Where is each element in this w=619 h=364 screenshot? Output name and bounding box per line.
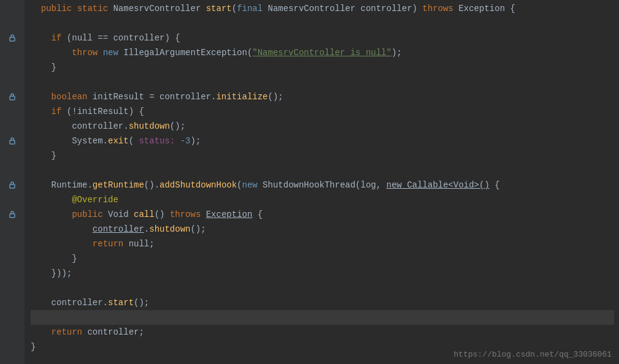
svg-rect-4 <box>10 214 15 218</box>
code-line: } <box>31 60 614 75</box>
token <box>31 89 52 104</box>
token: Exception { <box>453 1 515 16</box>
token: (!initResult) { <box>61 104 144 119</box>
code-line: public static NamesrvController start(fi… <box>31 1 614 16</box>
token: NamesrvController <box>108 1 206 16</box>
token: { <box>490 178 500 192</box>
token: } <box>31 60 56 75</box>
token <box>31 31 52 45</box>
code-line: System.exit( status: -3); <box>31 134 614 148</box>
code-line: controller.shutdown(); <box>31 222 614 237</box>
gutter-row <box>0 75 25 89</box>
token: ); <box>391 45 402 60</box>
token: @Override <box>72 192 118 207</box>
code-line: controller.shutdown(); <box>31 119 614 134</box>
token: controller. <box>31 119 129 134</box>
code-line: if (!initResult) { <box>31 104 614 119</box>
token: })); <box>31 266 72 281</box>
token <box>175 134 180 148</box>
code-line: controller.start(); <box>31 295 614 310</box>
code-line: if (null == controller) { <box>31 31 614 45</box>
lock-icon <box>8 33 17 44</box>
token: status: <box>134 134 175 148</box>
gutter-row <box>0 89 25 104</box>
gutter-row <box>0 16 25 31</box>
token: return <box>93 237 123 251</box>
token: IllegalArgumentException( <box>118 45 252 60</box>
token: () <box>155 207 170 222</box>
code-line: Runtime.getRuntime().addShutdownHook(new… <box>31 178 614 192</box>
token: public <box>41 1 72 16</box>
token: start <box>206 1 232 16</box>
gutter <box>0 0 25 364</box>
token: new Callable<Void>() <box>386 178 490 192</box>
token: if <box>52 104 62 119</box>
gutter-row <box>0 266 25 281</box>
token: . <box>144 222 149 237</box>
code-line: })); <box>31 266 614 281</box>
code-line: return controller; <box>31 325 614 339</box>
gutter-row <box>0 237 25 251</box>
token: boolean <box>52 89 88 104</box>
token: initialize <box>216 89 267 104</box>
gutter-row <box>0 163 25 178</box>
token: initResult = controller. <box>87 89 216 104</box>
code-line <box>31 163 614 178</box>
code-line: throw new IllegalArgumentException("Name… <box>31 45 614 60</box>
token: ( <box>129 134 134 148</box>
token: ShutdownHookThread( <box>258 178 361 192</box>
token: (); <box>267 89 283 104</box>
token: controller <box>93 222 144 237</box>
token: shutdown <box>149 222 190 237</box>
token: { <box>252 207 263 222</box>
code-container: public static NamesrvController start(fi… <box>0 0 619 364</box>
token: controller. <box>31 295 108 310</box>
token: } <box>31 251 77 266</box>
token: (null == controller) { <box>61 31 180 45</box>
svg-rect-0 <box>10 37 15 41</box>
code-line <box>31 75 614 89</box>
token <box>31 207 72 222</box>
code-line: boolean initResult = controller.initiali… <box>31 89 614 104</box>
gutter-row <box>0 134 25 148</box>
lock-icon <box>8 210 17 220</box>
gutter-row <box>0 148 25 163</box>
lock-icon <box>8 180 17 191</box>
gutter-row <box>0 192 25 207</box>
token: Runtime. <box>31 178 93 192</box>
token <box>31 104 52 119</box>
gutter-row <box>0 251 25 266</box>
token: return <box>52 325 82 339</box>
token: start <box>108 295 134 310</box>
token: -3 <box>180 134 191 148</box>
code-line <box>31 310 614 325</box>
token <box>31 325 52 339</box>
token <box>31 45 72 60</box>
token: log <box>361 178 376 192</box>
token: , <box>376 178 386 192</box>
token: Exception <box>206 207 253 222</box>
token: call <box>134 207 155 222</box>
code-line: } <box>31 251 614 266</box>
gutter-row <box>0 281 25 295</box>
watermark-url: https://blog.csdn.net/qq_33036061 <box>454 350 612 359</box>
token: ( <box>232 1 237 16</box>
token: } <box>31 148 56 163</box>
token: NamesrvController controller) <box>263 1 422 16</box>
token <box>72 1 77 16</box>
token <box>31 237 93 251</box>
code-area[interactable]: public static NamesrvController start(fi… <box>25 0 619 364</box>
gutter-row <box>0 1 25 16</box>
token: System. <box>31 134 108 148</box>
token: shutdown <box>129 119 170 134</box>
token: public <box>72 207 102 222</box>
token: static <box>77 1 108 16</box>
gutter-row <box>0 104 25 119</box>
code-line: public Void call() throws Exception { <box>31 207 614 222</box>
code-line <box>31 281 614 295</box>
gutter-row <box>0 310 25 325</box>
svg-rect-1 <box>10 96 15 100</box>
token <box>201 207 206 222</box>
token: } <box>31 339 36 354</box>
code-line: } <box>31 148 614 163</box>
